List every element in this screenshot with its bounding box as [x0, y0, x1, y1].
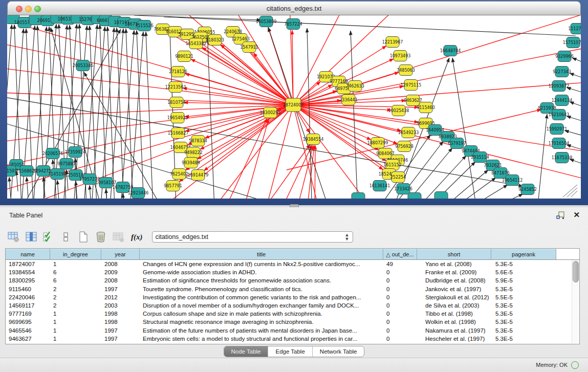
tab-edge-table[interactable]: Edge Table: [268, 346, 312, 357]
graph-node[interactable]: 16136141: [369, 181, 390, 191]
graph-node[interactable]: [352, 193, 365, 199]
table-settings-icon[interactable]: [7, 230, 20, 244]
graph-node[interactable]: 9939489: [182, 158, 200, 168]
graph-node[interactable]: 12444134: [552, 95, 573, 106]
svg-text:12213967: 12213967: [382, 40, 403, 45]
graph-node[interactable]: 2935114: [471, 152, 489, 163]
column-header-out_degree[interactable]: △ out_de...: [383, 249, 417, 259]
network-window-titlebar[interactable]: citations_edges.txt: [7, 1, 581, 15]
column-header-short[interactable]: short: [417, 249, 491, 259]
graph-node[interactable]: 12213967: [382, 37, 403, 48]
graph-node[interactable]: 1145194: [48, 169, 67, 180]
graph-node[interactable]: 2718126: [169, 67, 187, 77]
table-cell: 18724007: [6, 260, 50, 268]
table-row[interactable]: 977716911998Corpus callosum shape and si…: [6, 310, 579, 318]
column-header-in_degree[interactable]: in_degree: [50, 249, 101, 259]
graph-node[interactable]: 11675338: [552, 152, 573, 163]
svg-text:10025438: 10025438: [388, 108, 409, 113]
svg-text:7462633: 7462633: [346, 84, 364, 89]
graph-node[interactable]: 20053346: [73, 60, 94, 71]
row-options-icon[interactable]: [59, 230, 73, 244]
column-header-pagerank[interactable]: pagerank: [491, 249, 556, 259]
graph-node[interactable]: 12975115: [401, 80, 422, 91]
graph-node[interactable]: [408, 193, 421, 199]
select-columns-icon[interactable]: [42, 230, 55, 244]
graph-node[interactable]: 6379197: [448, 138, 466, 149]
float-panel-icon[interactable]: [556, 211, 565, 220]
graph-node[interactable]: 9227343: [553, 67, 571, 77]
graph-node[interactable]: 7515526: [135, 20, 154, 31]
table-row[interactable]: 1830029562008Estimation of significance …: [6, 276, 579, 285]
column-header-name[interactable]: name: [6, 249, 50, 259]
table-panel-header: Table Panel ✕: [0, 207, 588, 224]
table-row[interactable]: 1456911722003Disruption of a novel membe…: [6, 301, 579, 310]
table-cell: Yano et al. (2008): [417, 260, 491, 268]
graph-node[interactable]: 10973493: [390, 51, 411, 61]
graph-node[interactable]: 16053809: [256, 16, 277, 27]
svg-text:18807299: 18807299: [367, 141, 388, 145]
graph-node[interactable]: 15751074: [563, 37, 581, 48]
table-cell: Genome-wide association studies in ADHD.: [140, 268, 383, 276]
graph-node[interactable]: 15992971: [547, 124, 568, 135]
graph-node[interactable]: 1810754: [167, 97, 186, 108]
graph-node[interactable]: [434, 192, 448, 199]
table-cell: 2: [50, 285, 101, 293]
graph-node[interactable]: 8180323: [206, 35, 224, 46]
table-row[interactable]: 969969511998Structural magnetic resonanc…: [6, 318, 579, 326]
tab-node-table[interactable]: Node Table: [224, 346, 269, 357]
attribute-table: namein_degreeyeartitle△ out_de...shortpa…: [5, 248, 580, 344]
column-header-title[interactable]: title: [140, 249, 383, 259]
svg-text:16136141: 16136141: [369, 184, 390, 188]
graph-node[interactable]: 9857791: [164, 181, 182, 191]
table-cell: 9465546: [6, 326, 50, 335]
graph-node[interactable]: 7625402: [170, 169, 188, 180]
table-row[interactable]: 946554611997Estimation of the future num…: [6, 326, 579, 335]
table-row[interactable]: 1938455462009Genome-wide association stu…: [6, 268, 579, 276]
column-header-year[interactable]: year: [101, 249, 140, 259]
graph-node[interactable]: 16648784: [440, 46, 461, 56]
graph-node[interactable]: 9498222: [184, 147, 203, 158]
graph-node[interactable]: 18724007: [283, 98, 304, 112]
graph-node[interactable]: 252254: [390, 172, 406, 183]
table-row[interactable]: 946362711997Embryonic stem cells: a mode…: [6, 335, 579, 343]
table-row[interactable]: 1872400712008Changes of HCN gene express…: [6, 260, 579, 268]
scrollbar-thumb[interactable]: [573, 261, 579, 282]
svg-text:20206576: 20206576: [42, 151, 63, 156]
graph-node[interactable]: 12093872: [549, 81, 570, 92]
citation-graph[interactable]: 1405572420691406106532871527602646616110…: [7, 15, 581, 199]
graph-node[interactable]: 9756928: [395, 141, 413, 152]
graph-node[interactable]: 5878334: [189, 136, 207, 146]
graph-node[interactable]: 9329966: [555, 51, 574, 62]
graph-node[interactable]: 19384554: [303, 134, 324, 145]
tab-network-table[interactable]: Network Table: [313, 346, 364, 357]
graph-node[interactable]: 9245852: [518, 184, 537, 195]
graph-node[interactable]: 2336441: [339, 95, 358, 105]
new-column-icon[interactable]: [77, 230, 90, 244]
graph-node[interactable]: 9975887: [57, 159, 76, 169]
graph-node[interactable]: 9115460: [417, 102, 435, 113]
table-row[interactable]: 911546021997Tourette syndrome. Phenomeno…: [6, 285, 579, 293]
show-columns-icon[interactable]: [25, 230, 38, 244]
table-cell: 2008: [101, 276, 140, 285]
svg-text:2336441: 2336441: [339, 98, 358, 102]
network-canvas[interactable]: 1405572420691406106532871527602646616110…: [7, 15, 581, 199]
table-cell: 1997: [101, 326, 140, 335]
graph-node[interactable]: 7462633: [346, 81, 364, 92]
svg-text:7932621: 7932621: [484, 163, 502, 168]
close-panel-icon[interactable]: ✕: [573, 210, 580, 220]
svg-text:2718126: 2718126: [169, 70, 187, 74]
svg-text:18300295: 18300295: [260, 111, 281, 115]
graph-node[interactable]: 1112753: [568, 24, 581, 34]
graph-node[interactable]: 7485063: [397, 65, 415, 76]
graph-node[interactable]: 17016504: [549, 138, 570, 149]
graph-node[interactable]: 7857224: [284, 19, 302, 30]
graph-node[interactable]: 9890121: [175, 51, 193, 62]
delete-column-icon[interactable]: [94, 230, 107, 244]
function-builder-icon[interactable]: f(x): [131, 233, 143, 242]
table-selector-dropdown[interactable]: citations_edges.txt ▲▼: [152, 231, 353, 243]
graph-node[interactable]: 391593: [7, 166, 17, 177]
graph-node[interactable]: 19654923: [167, 113, 188, 123]
table-row[interactable]: 2242004622012Investigating the contribut…: [6, 293, 579, 301]
vertical-scrollbar[interactable]: [572, 260, 579, 343]
graph-node[interactable]: 1547911: [240, 42, 258, 53]
